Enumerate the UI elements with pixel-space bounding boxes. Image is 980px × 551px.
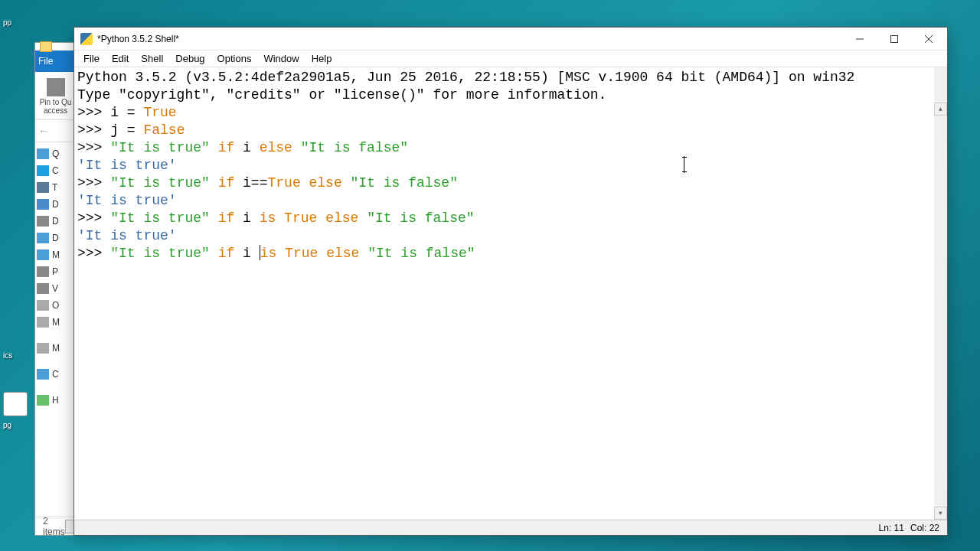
drive-icon xyxy=(37,317,49,328)
close-icon xyxy=(925,35,933,43)
desktop-background: pp ics pg xyxy=(0,0,34,551)
menu-edit[interactable]: Edit xyxy=(106,51,135,66)
drive-icon xyxy=(37,300,49,311)
svg-rect-1 xyxy=(890,35,897,42)
pc-icon xyxy=(37,182,49,193)
scroll-up-arrow[interactable]: ▲ xyxy=(934,103,947,116)
desktop-icon[interactable] xyxy=(3,392,28,416)
documents-icon xyxy=(37,216,49,227)
folder-icon xyxy=(40,41,52,52)
network-icon xyxy=(37,369,49,380)
desktop-icon-label[interactable]: pp xyxy=(0,17,34,28)
minimize-icon xyxy=(856,35,864,43)
desktop-icon xyxy=(37,199,49,210)
explorer-nav[interactable]: ← xyxy=(35,119,76,142)
pin-icon xyxy=(47,78,65,96)
menu-window[interactable]: Window xyxy=(257,51,305,66)
maximize-button[interactable] xyxy=(877,28,911,50)
sidebar-item[interactable]: M xyxy=(35,340,76,357)
explorer-quick-access[interactable]: Pin to Qu access xyxy=(35,72,76,119)
menu-shell[interactable]: Shell xyxy=(135,51,169,66)
text-insertion-caret xyxy=(684,156,684,173)
menu-debug[interactable]: Debug xyxy=(169,51,211,66)
sidebar-item[interactable]: V xyxy=(35,280,76,297)
sidebar-item[interactable]: T xyxy=(35,179,76,196)
console-text-area[interactable]: Python 3.5.2 (v3.5.2:4def2a2901a5, Jun 2… xyxy=(74,67,947,520)
python-icon xyxy=(80,33,93,45)
onedrive-icon xyxy=(37,165,49,176)
line-indicator: Ln: 11 xyxy=(879,523,904,533)
window-title: *Python 3.5.2 Shell* xyxy=(97,34,842,44)
sidebar-item[interactable]: O xyxy=(35,297,76,314)
sidebar-item[interactable]: Q xyxy=(35,145,76,162)
explorer-statusbar: 2 items xyxy=(35,517,76,535)
drive-icon xyxy=(37,343,49,354)
scrollbar[interactable]: ▲ ▼ xyxy=(934,67,947,520)
homegroup-icon xyxy=(37,395,49,406)
videos-icon xyxy=(37,283,49,294)
explorer-file-tab[interactable]: File xyxy=(35,51,76,72)
sidebar-item[interactable]: H xyxy=(35,392,76,409)
menu-help[interactable]: Help xyxy=(305,51,338,66)
sidebar-item[interactable]: D xyxy=(35,230,76,246)
explorer-sidebar: Q C T D D D M P V O M M C H xyxy=(35,142,76,409)
desktop-icon-label[interactable]: pg xyxy=(0,419,34,431)
sidebar-item[interactable]: D xyxy=(35,196,76,213)
explorer-window-partial: File Pin to Qu access ← Q C T D D D M P … xyxy=(34,42,77,536)
desktop-icon-label[interactable]: ics xyxy=(0,350,34,361)
maximize-icon xyxy=(890,35,898,43)
column-indicator: Col: 22 xyxy=(910,523,939,533)
star-icon xyxy=(37,148,49,159)
sidebar-item[interactable]: M xyxy=(35,314,76,331)
statusbar: Ln: 11 Col: 22 xyxy=(74,520,947,535)
sidebar-item[interactable]: D xyxy=(35,213,76,230)
scroll-down-arrow[interactable]: ▼ xyxy=(934,507,947,520)
sidebar-item[interactable]: C xyxy=(35,162,76,179)
sidebar-item[interactable]: P xyxy=(35,263,76,280)
pictures-icon xyxy=(37,266,49,277)
close-button[interactable] xyxy=(911,28,946,50)
menu-file[interactable]: File xyxy=(77,51,106,66)
menubar: File Edit Shell Debug Options Window Hel… xyxy=(74,51,947,67)
downloads-icon xyxy=(37,233,49,243)
minimize-button[interactable] xyxy=(842,28,877,50)
music-icon xyxy=(37,249,49,260)
sidebar-item[interactable]: M xyxy=(35,246,76,263)
menu-options[interactable]: Options xyxy=(211,51,258,66)
python-idle-window: *Python 3.5.2 Shell* File Edit Shell Deb… xyxy=(74,27,948,536)
titlebar[interactable]: *Python 3.5.2 Shell* xyxy=(74,28,947,51)
sidebar-item[interactable]: C xyxy=(35,366,76,383)
